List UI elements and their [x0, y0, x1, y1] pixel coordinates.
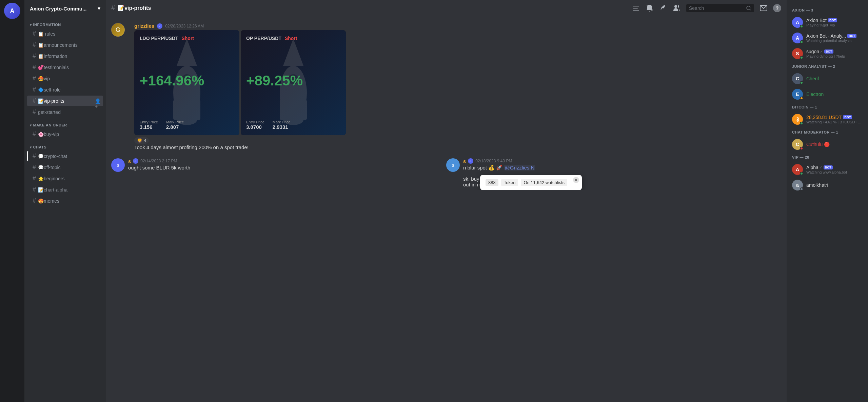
inbox-icon[interactable] [760, 4, 768, 12]
category-make-order[interactable]: MAKE AN ORDER [24, 118, 106, 128]
channel-vip-profits[interactable]: # 📝vip-profits 👤+ [27, 96, 103, 106]
reaction-emoji: 🦁 [137, 138, 142, 143]
status-dot-sugon [800, 56, 803, 59]
popup-close-button[interactable]: × [573, 177, 579, 183]
member-name-electron: Electron [806, 92, 824, 97]
message-header: grizzlies ✓ 02/28/2023 12:26 AM [134, 23, 781, 29]
reaction-row: 🦁 4 [134, 137, 781, 144]
avatar-axion-bot-analy: A [792, 33, 803, 43]
status-dot-cherif [800, 81, 803, 84]
member-sugon[interactable]: S sugon ✓ BOT Playing dyno.gg | ?help [789, 46, 865, 61]
status-dot-amolkhatri [800, 187, 803, 191]
message-group-grizzlies: G grizzlies ✓ 02/28/2023 12:26 AM [111, 23, 781, 152]
members-sidebar: AXION — 3 A Axion Bot BOT Playing %get_v… [787, 0, 868, 402]
svg-rect-1 [633, 8, 638, 8]
channel-header-hash: # [111, 4, 115, 12]
member-cuthulu[interactable]: C Cuthulu 🔴 [789, 137, 865, 152]
channel-sidebar: Axion Crypto-Commu... ▾ INFORMATION # 📋 … [24, 0, 106, 402]
channel-vip[interactable]: # 🤩vip [27, 73, 103, 84]
hash-icon: # [33, 75, 36, 82]
category-information[interactable]: INFORMATION [24, 17, 106, 28]
watchlist-label: On 11,642 watchlists [521, 179, 567, 186]
member-electron[interactable]: E Electron [789, 87, 865, 102]
hash-icon: # [33, 197, 36, 204]
hash-icon: # [33, 175, 36, 182]
split-messages-row: s s ✓ 02/14/2023 2:17 PM ought some BLUR… [111, 156, 781, 190]
member-name-sugon: sugon [806, 49, 819, 54]
channel-announcements[interactable]: # 📋announcements [27, 40, 103, 50]
channel-chart-alpha[interactable]: # 📝chart-alpha [27, 184, 103, 195]
right-text: n blur spot 💰 🚀 @Grizzlies N [463, 165, 535, 171]
message-left-content: s ✓ 02/14/2023 2:17 PM ought some BLUR 5… [128, 158, 190, 170]
member-name-axion-bot: Axion Bot [806, 18, 827, 23]
status-dot-bitcoin [800, 122, 803, 125]
server-chevron: ▾ [98, 5, 100, 12]
hash-icon: # [33, 30, 36, 37]
member-info-axion-bot-analy: Axion Bot - Analy... BOT Watching potent… [806, 33, 863, 43]
members-icon[interactable] [673, 4, 681, 12]
channel-off-topic[interactable]: # 💬off-topic [27, 162, 103, 173]
channel-rules[interactable]: # 📋 rules [27, 28, 103, 39]
member-cherif[interactable]: C Cherif [789, 71, 865, 86]
verified-checkmark-sugon: ✓ [820, 49, 823, 54]
trade-card-ldo-content: LDO PERP/USDT Short +164.96% Entry Price… [134, 30, 239, 135]
member-info-alpha-bot: Alpha ✓ BOT Watching www.alpha.bot [806, 165, 863, 174]
mention: @Grizzlies N [504, 165, 535, 170]
threads-icon[interactable] [632, 4, 640, 12]
verified-badge: ✓ [157, 23, 162, 29]
status-dot-alpha [800, 172, 803, 175]
add-member-icon[interactable]: 👤+ [95, 98, 100, 104]
channel-memes[interactable]: # 🤩memes [27, 196, 103, 206]
trade-profit-op: +89.25% [246, 73, 340, 89]
server-icon[interactable]: A [4, 3, 20, 19]
reaction-lion[interactable]: 🦁 4 [134, 137, 149, 144]
avatar-amolkhatri: a [792, 180, 803, 190]
category-chats[interactable]: CHATS [24, 140, 106, 150]
channel-information[interactable]: # 📋information [27, 51, 103, 61]
channel-self-role[interactable]: # 🔷self-role [27, 84, 103, 95]
hash-icon: # [33, 53, 36, 60]
mark-price-ldo: Mark Price 2.807 [166, 120, 184, 130]
avatar-sugon: S [792, 48, 803, 59]
avatar-cherif: C [792, 73, 803, 84]
member-axion-bot-analy[interactable]: A Axion Bot - Analy... BOT Watching pote… [789, 31, 865, 45]
help-icon[interactable]: ? [773, 4, 781, 12]
member-name-alpha-bot: Alpha [806, 165, 818, 170]
entry-price-op: Entry Price 3.0700 [246, 120, 264, 130]
header-actions: Search ? [632, 4, 781, 12]
member-amolkhatri[interactable]: a amolkhatri [789, 178, 865, 193]
channel-header-name: 📝vip-profits [118, 5, 151, 11]
right-verified: ✓ [468, 158, 473, 164]
channel-buy-vip[interactable]: # 🌸buy-vip [27, 129, 103, 139]
avatar-alpha-bot: A [792, 164, 803, 175]
notifications-icon[interactable] [646, 4, 654, 12]
channel-testimonials[interactable]: # 💕testimonials [27, 62, 103, 73]
server-header[interactable]: Axion Crypto-Commu... ▾ [24, 0, 106, 17]
member-info-sugon: sugon ✓ BOT Playing dyno.gg | ?help [806, 49, 863, 58]
member-status-axion-analy: Watching potential analysts [806, 39, 863, 43]
member-alpha-bot[interactable]: A Alpha ✓ BOT Watching www.alpha.bot [789, 162, 865, 177]
message-timestamp: 02/28/2023 12:26 AM [165, 24, 204, 28]
token-number: 888 [486, 179, 498, 186]
bot-badge-analy: BOT [847, 34, 856, 38]
trade-prices-op: Entry Price 3.0700 Mark Price 2.9331 [246, 120, 340, 130]
left-text: ought some BLUR 5k worth [128, 165, 190, 170]
pinned-icon[interactable] [659, 4, 667, 12]
search-bar[interactable]: Search [686, 4, 754, 12]
avatar-grizzlies: G [111, 23, 125, 37]
trade-card-op-content: OP PERP/USDT Short +89.25% Entry Price 3… [241, 30, 346, 135]
hash-icon: # [33, 97, 36, 104]
bot-badge: BOT [828, 18, 837, 22]
channel-get-started[interactable]: # get-started [27, 107, 103, 117]
member-status-bitcoin-bot: Watching +4.61 % | BTCUSDT ... [806, 120, 863, 124]
member-status-sugon: Playing dyno.gg | ?help [806, 54, 863, 58]
channel-beginners[interactable]: # ⭐beginners [27, 173, 103, 184]
right-author: s [463, 158, 466, 164]
channel-crypto-chat[interactable]: # 💬crypto-chat [27, 151, 103, 161]
avatar-cuthulu: C [792, 139, 803, 150]
svg-point-4 [674, 5, 677, 8]
member-axion-bot[interactable]: A Axion Bot BOT Playing %get_vip [789, 15, 865, 30]
trade-prices-ldo: Entry Price 3.156 Mark Price 2.807 [140, 120, 234, 130]
member-bitcoin-bot[interactable]: ₿ 28,258.81 USDT BOT Watching +4.61 % | … [789, 112, 865, 127]
svg-text:C: C [796, 76, 799, 81]
